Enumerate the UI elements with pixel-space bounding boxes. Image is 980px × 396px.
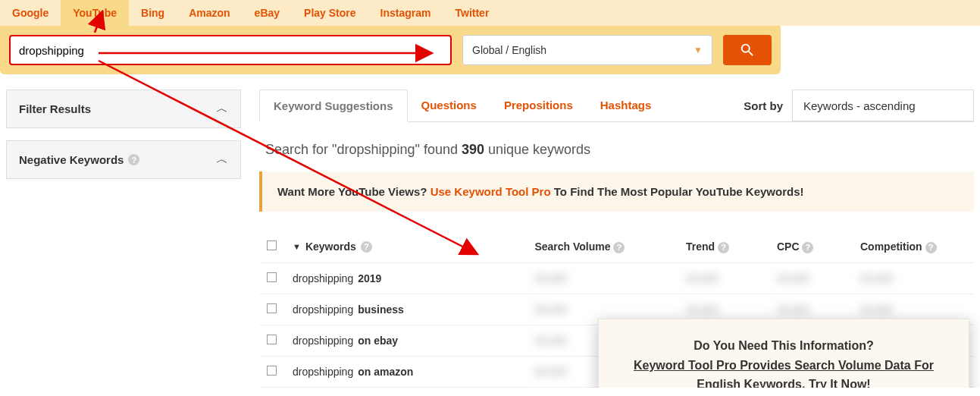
blurred-value: 00,000 [686, 303, 777, 316]
tab-ebay[interactable]: eBay [243, 0, 292, 26]
source-tabs: Google YouTube Bing Amazon eBay Play Sto… [0, 0, 980, 26]
help-icon: ? [128, 154, 139, 165]
caret-down-icon: ▼ [694, 45, 703, 55]
row-checkbox[interactable] [267, 335, 277, 344]
keyword-cell: dropshipping on ebay [293, 335, 534, 347]
keyword-cell: dropshipping 2019 [293, 272, 534, 284]
col-keywords[interactable]: ▼ Keywords ? [293, 240, 534, 253]
popup-link[interactable]: Try It Now! [809, 378, 871, 387]
popup-link[interactable]: English Keywords [697, 378, 802, 387]
popup-line1: Do You Need This Information? [618, 336, 949, 356]
help-icon: ? [613, 242, 625, 253]
tab-hashtags[interactable]: Hashtags [587, 90, 665, 121]
help-icon: ? [718, 242, 729, 253]
sort-select[interactable]: Keywords - ascending [792, 90, 974, 121]
tab-prepositions[interactable]: Prepositions [490, 90, 587, 121]
upsell-popup: Do You Need This Information? Keyword To… [598, 319, 969, 388]
row-checkbox[interactable] [267, 303, 277, 313]
blurred-value: 00,000 [777, 303, 860, 316]
col-trend[interactable]: Trend ? [686, 240, 777, 253]
search-icon [739, 42, 756, 58]
keyword-input[interactable] [9, 35, 452, 65]
help-icon: ? [802, 242, 813, 253]
tab-instagram[interactable]: Instagram [368, 0, 443, 26]
popup-link[interactable]: Keyword Tool Pro Provides Search Volume … [634, 359, 934, 372]
keyword-cell: dropshipping business [293, 303, 534, 316]
sort-label: Sort by [744, 99, 783, 112]
blurred-value: 00,000 [860, 303, 966, 316]
sort-caret-icon: ▼ [293, 242, 301, 251]
blurred-value: 00,000 [777, 272, 860, 284]
tab-keyword-suggestions[interactable]: Keyword Suggestions [259, 90, 408, 122]
promo-link[interactable]: Use Keyword Tool Pro [431, 185, 551, 198]
help-icon: ? [925, 242, 937, 253]
filters-sidebar: Filter Results ︿ Negative Keywords ? ︿ [6, 90, 241, 179]
chevron-up-icon: ︿ [216, 101, 228, 117]
tab-youtube[interactable]: YouTube [61, 0, 129, 26]
filter-results-label: Filter Results [19, 102, 91, 115]
table-row: dropshipping 2019 00,000 00,000 00,000 0… [259, 263, 974, 294]
tab-twitter[interactable]: Twitter [443, 0, 501, 26]
search-bar: Global / English ▼ [0, 26, 781, 74]
negative-keywords-label: Negative Keywords ? [19, 153, 139, 166]
keyword-cell: dropshipping on amazon [293, 366, 534, 378]
col-search-volume[interactable]: Search Volume ? [534, 240, 686, 253]
locale-select[interactable]: Global / English ▼ [462, 35, 712, 65]
blurred-value: 00,000 [686, 272, 777, 284]
help-icon: ? [361, 241, 372, 253]
row-checkbox[interactable] [267, 366, 277, 376]
blurred-value: 00,000 [534, 303, 686, 316]
results-summary: Search for "dropshipping" found 390 uniq… [259, 122, 974, 171]
blurred-value: 00,000 [860, 272, 966, 284]
promo-banner: Want More YouTube Views? Use Keyword Too… [259, 171, 974, 212]
search-button[interactable] [723, 35, 772, 65]
result-tabs: Keyword Suggestions Questions Prepositio… [259, 90, 665, 121]
tab-questions[interactable]: Questions [408, 90, 490, 121]
tab-google[interactable]: Google [0, 0, 61, 26]
filter-results-panel[interactable]: Filter Results ︿ [6, 90, 241, 128]
blurred-value: 00,000 [534, 272, 686, 284]
select-all-checkbox[interactable] [267, 240, 277, 250]
tab-playstore[interactable]: Play Store [292, 0, 368, 26]
tab-bing[interactable]: Bing [129, 0, 177, 26]
col-competition[interactable]: Competition ? [860, 240, 966, 253]
locale-value: Global / English [472, 44, 546, 56]
tab-amazon[interactable]: Amazon [177, 0, 242, 26]
row-checkbox[interactable] [267, 272, 277, 282]
chevron-up-icon: ︿ [216, 152, 228, 168]
col-cpc[interactable]: CPC ? [777, 240, 860, 253]
negative-keywords-panel[interactable]: Negative Keywords ? ︿ [6, 140, 241, 179]
